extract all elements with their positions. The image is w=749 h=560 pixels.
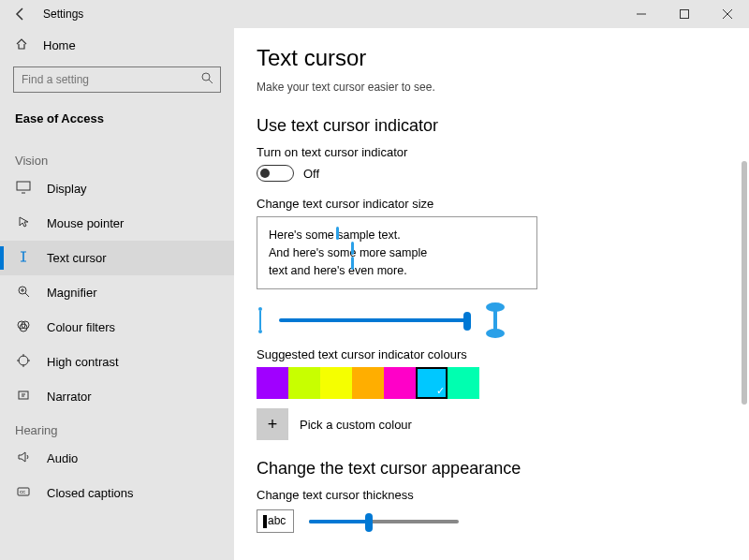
nav-high-contrast[interactable]: High contrast: [0, 345, 234, 379]
size-max-icon: [486, 302, 505, 338]
thickness-preview: abc: [257, 509, 294, 533]
svg-line-12: [25, 293, 29, 297]
contrast-icon: [15, 354, 32, 370]
sample-text-box: Here's some sample text. And here's some…: [257, 216, 537, 289]
nav-label: Magnifier: [47, 286, 96, 300]
appearance-heading: Change the text cursor appearance: [257, 459, 727, 479]
nav-colour-filters[interactable]: Colour filters: [0, 310, 234, 345]
group-vision: Vision: [0, 144, 234, 171]
svg-line-5: [209, 80, 213, 83]
captions-icon: cc: [15, 485, 32, 501]
maximize-button[interactable]: [663, 0, 706, 28]
cursor-indicator-preview: [336, 227, 339, 240]
slider-thumb[interactable]: [463, 312, 471, 331]
sample-line: Here's some sample text.: [269, 227, 525, 244]
colour-swatch[interactable]: [448, 367, 479, 399]
svg-text:cc: cc: [20, 489, 25, 494]
svg-point-4: [202, 73, 210, 81]
home-nav[interactable]: Home: [0, 28, 234, 63]
nav-label: Audio: [47, 451, 78, 465]
text-cursor-icon: [15, 250, 32, 266]
audio-icon: [15, 450, 32, 466]
colour-swatch[interactable]: [288, 367, 320, 399]
colour-swatch[interactable]: [352, 367, 384, 399]
colour-swatch[interactable]: [320, 367, 352, 399]
indicator-toggle[interactable]: [257, 165, 294, 182]
slider-thumb[interactable]: [365, 513, 373, 532]
custom-colour-button[interactable]: +: [257, 408, 288, 440]
home-label: Home: [43, 38, 76, 52]
colours-label: Suggested text cursor indicator colours: [257, 347, 727, 361]
thickness-label: Change text cursor thickness: [257, 488, 727, 502]
cursor-indicator-preview: [351, 257, 354, 270]
scrollbar-thumb[interactable]: [742, 161, 747, 405]
page-description: Make your text cursor easier to see.: [257, 81, 727, 94]
narrator-icon: [15, 389, 32, 405]
colour-swatch[interactable]: [416, 367, 448, 399]
filters-icon: [15, 319, 32, 335]
window-title: Settings: [43, 7, 83, 21]
nav-label: Narrator: [47, 390, 92, 404]
nav-text-cursor[interactable]: Text cursor: [0, 241, 234, 275]
indicator-size-slider[interactable]: [279, 318, 471, 322]
toggle-label: Turn on text cursor indicator: [257, 145, 727, 159]
minimize-button[interactable]: [620, 0, 663, 28]
custom-colour-label: Pick a custom colour: [300, 418, 412, 432]
page-title: Text cursor: [257, 45, 727, 71]
cursor-indicator-preview: [351, 242, 354, 255]
nav-magnifier[interactable]: Magnifier: [0, 275, 234, 310]
nav-label: Mouse pointer: [47, 216, 124, 230]
nav-label: High contrast: [47, 355, 119, 369]
indicator-heading: Use text cursor indicator: [257, 116, 727, 136]
breadcrumb: Ease of Access: [0, 102, 234, 144]
search-icon: [201, 72, 213, 87]
svg-rect-6: [17, 182, 30, 190]
toggle-state: Off: [303, 167, 319, 181]
home-icon: [15, 37, 28, 53]
colour-swatch[interactable]: [384, 367, 416, 399]
nav-label: Closed captions: [47, 486, 134, 500]
nav-label: Colour filters: [47, 320, 115, 334]
nav-display[interactable]: Display: [0, 171, 234, 206]
nav-closed-captions[interactable]: cc Closed captions: [0, 476, 234, 510]
size-label: Change text cursor indicator size: [257, 197, 727, 211]
title-bar: Settings: [0, 0, 749, 28]
nav-narrator[interactable]: Narrator: [0, 379, 234, 414]
content-pane: Text cursor Make your text cursor easier…: [234, 28, 749, 560]
svg-rect-1: [681, 10, 689, 19]
search-box[interactable]: [13, 66, 221, 93]
nav-audio[interactable]: Audio: [0, 441, 234, 476]
sidebar: Home Ease of Access Vision Display Mouse…: [0, 28, 234, 560]
sample-line: And here's some more sample: [269, 244, 525, 262]
group-hearing: Hearing: [0, 414, 234, 441]
colour-swatch[interactable]: [257, 367, 288, 399]
display-icon: [15, 181, 32, 197]
size-min-icon: [257, 307, 264, 333]
svg-rect-23: [19, 391, 28, 399]
nav-label: Text cursor: [47, 251, 107, 265]
close-button[interactable]: [706, 0, 749, 28]
nav-label: Display: [47, 182, 87, 196]
pointer-icon: [15, 215, 32, 231]
search-input[interactable]: [13, 66, 221, 93]
back-button[interactable]: [9, 3, 32, 25]
thickness-slider[interactable]: [309, 520, 459, 523]
colour-swatches: [257, 367, 727, 399]
nav-mouse-pointer[interactable]: Mouse pointer: [0, 206, 234, 241]
magnifier-icon: [15, 285, 32, 301]
sample-line: text and here's even more.: [269, 262, 525, 280]
svg-point-18: [19, 356, 28, 365]
